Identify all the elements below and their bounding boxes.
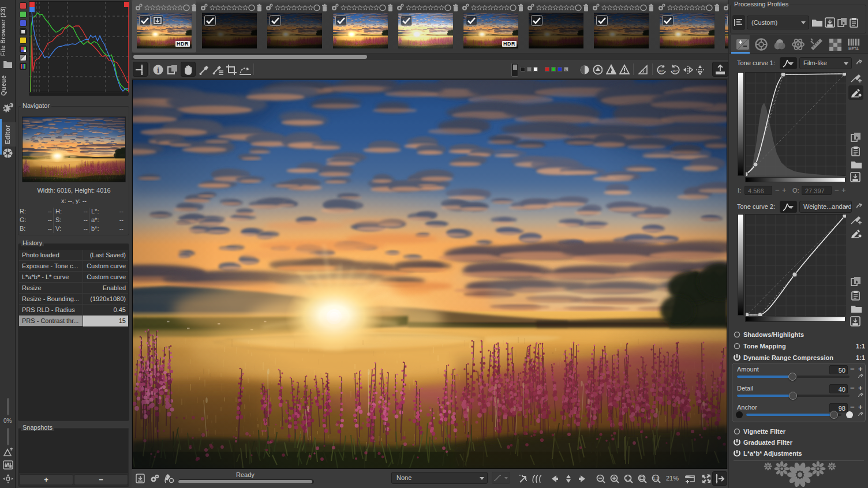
svg-text:90°: 90° [659, 69, 664, 73]
svg-text:i: i [157, 66, 159, 74]
svg-text:1:1: 1:1 [653, 476, 659, 481]
svg-text:META: META [848, 47, 859, 51]
svg-text:90°: 90° [672, 69, 678, 73]
